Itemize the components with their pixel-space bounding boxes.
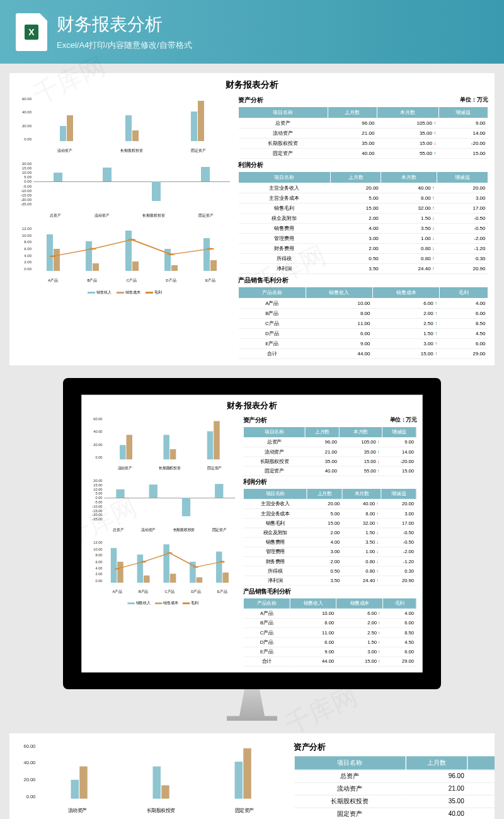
table-row: 长期股权投资35.0015.00 ↓-20.00: [294, 795, 495, 808]
table-row: 合计44.0015.00 ↑29.00: [243, 656, 416, 666]
bar: [163, 544, 169, 583]
table-row: C产品11.002.50 ↑8.50: [239, 319, 488, 329]
col-header: 毛利: [383, 598, 416, 609]
bar: [132, 130, 139, 142]
unit-label: 单位：万元: [460, 96, 488, 104]
col-header: 销售收入: [306, 287, 372, 299]
bar: [144, 576, 150, 583]
table-row: 总资产96.00105.00 ↑9.00: [243, 438, 416, 447]
col-header: 上月数: [307, 488, 342, 499]
table-row: E产品9.003.00 ↑6.00: [239, 339, 488, 349]
bar: [86, 241, 92, 271]
table-row: 主营业务成本5.008.00 ↑3.00: [243, 509, 416, 518]
bar: [127, 435, 133, 459]
bar: [201, 167, 210, 181]
col-header: 本月数: [342, 488, 381, 499]
bar-group: [152, 743, 169, 799]
table-row: 固定资产40.0055.00 ↑15.00: [294, 808, 495, 819]
excel-x-badge: X: [25, 25, 38, 40]
table-row: 税金及附加2.001.50 ↓-0.50: [243, 528, 416, 537]
table-row: 长期股权投资35.0015.00 ↓-20.00: [239, 139, 488, 149]
col-header: 上月数: [406, 756, 467, 770]
product-combo-chart: 12.0010.008.006.004.002.000.00A产品B产品C产品D…: [88, 538, 238, 595]
product-combo-chart: 12.0010.008.006.004.002.000.00A产品B产品C产品D…: [16, 224, 233, 284]
bar: [93, 263, 99, 271]
section-title: 利润分析: [243, 478, 416, 486]
table-row: 销售费用4.003.50 ↓-0.50: [239, 224, 488, 234]
table-row: 财务费用2.000.80 ↓-1.20: [239, 244, 488, 254]
col-header: 本月数: [377, 107, 438, 118]
col-header: 销售成本: [336, 598, 383, 609]
bar-group: [164, 227, 178, 271]
data-table: 项目名称上月数本月数增减值总资产96.00105.00 ↑9.00流动资产21.…: [243, 427, 416, 476]
data-table: 项目名称上月数本月数增减值主营业务收入20.0040.00 ↑20.00主营业务…: [243, 488, 416, 586]
bar: [132, 261, 139, 271]
table-row: 管理费用3.001.00 ↓-2.00: [243, 547, 416, 556]
table-row: 固定资产40.0055.00 ↑15.00: [239, 149, 488, 159]
table-row: 销售费用4.003.50 ↓-0.50: [243, 537, 416, 547]
table-row: 税金及附加2.001.50 ↓-0.50: [239, 214, 488, 224]
bar: [216, 551, 222, 583]
bar: [161, 785, 169, 799]
bar-group: [120, 418, 132, 460]
bar: [214, 421, 220, 459]
table-row: D产品6.001.50 ↑4.50: [239, 329, 488, 339]
data-table: 项目名称上月数本月数增减值总资产96.00105.00 ↑9.00流动资产21.…: [294, 755, 495, 819]
bar: [207, 432, 214, 459]
bar: [182, 498, 190, 517]
bar: [71, 779, 79, 799]
table-row: 财务费用2.000.80 ↓-1.20: [243, 557, 416, 566]
monitor-mockup: 财务报表分析60.0040.0020.000.00流动资产长期股权投资固定资产2…: [63, 378, 441, 721]
bar: [54, 249, 60, 271]
bar-group: [234, 743, 251, 799]
table-row: 管理费用3.001.00 ↓-2.00: [239, 234, 488, 244]
table-row: C产品11.002.50 ↑8.50: [243, 628, 416, 638]
bar-group: [190, 541, 202, 583]
table-row: 流动资产21.0035.00 ↑14.00: [294, 782, 495, 795]
bar: [125, 115, 132, 141]
table-row: 所得税0.500.80 ↑0.30: [243, 566, 416, 576]
bar: [111, 547, 117, 582]
bar: [171, 265, 178, 271]
table-row: 固定资产40.0055.00 ↑15.00: [243, 466, 416, 476]
bar: [198, 101, 204, 141]
col-header: 项目名称: [239, 107, 328, 118]
report-title: 财务报表分析: [16, 79, 488, 91]
report-title: 财务报表分析: [88, 401, 417, 411]
table-row: 主营业务收入20.0040.00 ↑20.00: [243, 499, 416, 508]
table-row: 销售毛利15.0032.00 ↑17.00: [239, 203, 488, 214]
bar-group: [71, 743, 87, 799]
col-header: 项目名称: [243, 488, 307, 499]
table-row: 总资产96.00105.00 ↑9.00: [239, 118, 488, 129]
col-header: 毛利: [440, 287, 488, 299]
preview-sheet-zoom: 60.0040.0020.000.00流动资产长期股权投资固定资产20.0015…: [9, 733, 495, 819]
bar: [125, 231, 132, 271]
bar-group: [125, 97, 139, 141]
section-title: 利润分析: [238, 161, 488, 169]
col-header: 产品名称: [239, 287, 306, 299]
asset-bar-chart: 60.0040.0020.000.00流动资产长期股权投资固定资产: [16, 740, 287, 815]
asset-bar-chart: 60.0040.0020.000.00流动资产长期股权投资固定资产: [16, 94, 233, 154]
chart-legend: 销售收入销售成本毛利: [16, 290, 233, 295]
delta-bar-chart: 20.0015.0010.005.000.00-5.00-10.00-15.00…: [88, 476, 238, 533]
table-row: 总资产96.00105.00 ↑9.00: [294, 770, 495, 782]
delta-bar-chart: 20.0015.0010.005.000.00-5.00-10.00-15.00…: [16, 159, 233, 219]
col-header: 项目名称: [243, 427, 305, 437]
unit-label: 单位：万元: [390, 416, 417, 424]
bar: [163, 435, 169, 459]
col-header: 销售成本: [373, 287, 440, 299]
table-row: 主营业务成本5.008.00 ↑3.00: [239, 193, 488, 203]
bar: [152, 767, 161, 799]
bar: [67, 115, 73, 141]
bar: [170, 449, 176, 460]
asset-bar-chart: 60.0040.0020.000.00流动资产长期股权投资固定资产: [88, 415, 238, 471]
table-row: 净利润3.5024.40 ↑20.90: [239, 264, 488, 274]
bar: [137, 555, 144, 583]
bar-group: [86, 227, 99, 271]
section-title: 产品销售毛利分析: [238, 276, 488, 285]
bar-group: [163, 541, 176, 583]
col-header: 增减值: [437, 172, 488, 183]
table-row: 长期股权投资35.0015.00 ↓-20.00: [243, 457, 416, 466]
table-row: 销售毛利15.0032.00 ↑17.00: [243, 518, 416, 528]
col-header: 上月数: [305, 427, 339, 437]
